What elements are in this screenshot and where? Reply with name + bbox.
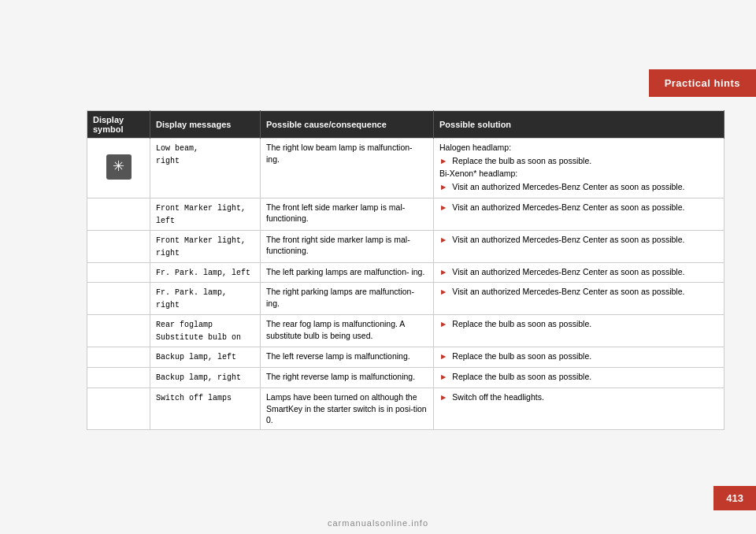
- table-row: Low beam, rightThe right low beam lamp i…: [87, 139, 724, 198]
- low-beam-icon: [106, 154, 132, 180]
- solution-item: ► Switch off the headlights.: [439, 391, 718, 403]
- table-row: Rear foglamp Substitute bulb onThe rear …: [87, 315, 724, 347]
- solution-item: ► Replace the bulb as soon as possible.: [439, 155, 718, 167]
- solution-item: ► Visit an authorized Mercedes-Benz Cent…: [439, 266, 718, 278]
- table-row: Backup lamp, leftThe left reverse lamp i…: [87, 347, 724, 368]
- bullet-arrow: ►: [439, 156, 447, 165]
- solution-cell: ► Visit an authorized Mercedes-Benz Cent…: [434, 230, 724, 262]
- symbol-cell: [87, 315, 150, 347]
- bullet-arrow: ►: [439, 372, 447, 381]
- section-header-tab: Practical hints: [649, 69, 756, 97]
- solution-item: ► Replace the bulb as soon as possible.: [439, 371, 718, 383]
- cause-cell: The right low beam lamp is malfunction- …: [261, 139, 434, 198]
- symbol-cell: [87, 368, 150, 388]
- col-header-symbol: Display symbol: [87, 111, 150, 139]
- message-cell: Low beam, right: [150, 139, 261, 198]
- cause-cell: The front left side marker lamp is mal- …: [261, 198, 434, 230]
- table-row: Backup lamp, rightThe right reverse lamp…: [87, 368, 724, 388]
- message-cell: Fr. Park. lamp, left: [150, 262, 261, 283]
- solution-header: Halogen headlamp:: [439, 142, 718, 154]
- diagnostic-table: Display symbol Display messages Possible…: [87, 110, 724, 430]
- solution-cell: ► Replace the bulb as soon as possible.: [434, 368, 724, 388]
- message-cell: Front Marker light, left: [150, 198, 261, 230]
- message-cell: Backup lamp, right: [150, 368, 261, 388]
- content-area: Practical hints Display symbol Display m…: [0, 0, 756, 534]
- bullet-arrow: ►: [439, 351, 447, 361]
- watermark: carmanualsonline.info: [328, 518, 428, 528]
- solution-cell: ► Replace the bulb as soon as possible.: [434, 315, 724, 347]
- message-cell: Front Marker light, right: [150, 230, 261, 262]
- cause-cell: The right reverse lamp is malfunctioning…: [261, 368, 434, 388]
- col-header-message: Display messages: [150, 111, 261, 139]
- solution-item: ► Visit an authorized Mercedes-Benz Cent…: [439, 234, 718, 246]
- solution-cell: ► Visit an authorized Mercedes-Benz Cent…: [434, 283, 724, 315]
- solution-cell: ► Switch off the headlights.: [434, 388, 724, 429]
- solution-item: ► Replace the bulb as soon as possible.: [439, 318, 718, 330]
- page-number: 413: [726, 492, 743, 504]
- bullet-arrow: ►: [439, 182, 447, 191]
- message-cell: Rear foglamp Substitute bulb on: [150, 315, 261, 347]
- symbol-cell: [87, 230, 150, 262]
- cause-cell: The front right side marker lamp is mal-…: [261, 230, 434, 262]
- message-cell: Fr. Park. lamp, right: [150, 283, 261, 315]
- solution-cell: ► Visit an authorized Mercedes-Benz Cent…: [434, 198, 724, 230]
- message-cell: Switch off lamps: [150, 388, 261, 429]
- col-header-cause: Possible cause/consequence: [261, 111, 434, 139]
- page-number-tab: 413: [713, 486, 756, 510]
- cause-cell: Lamps have been turned on although the S…: [261, 388, 434, 429]
- symbol-cell: [87, 283, 150, 315]
- solution-item: ► Visit an authorized Mercedes-Benz Cent…: [439, 202, 718, 213]
- symbol-cell: [87, 139, 150, 198]
- table-row: Switch off lampsLamps have been turned o…: [87, 388, 724, 429]
- bullet-arrow: ►: [439, 392, 447, 402]
- solution-cell: ► Visit an authorized Mercedes-Benz Cent…: [434, 262, 724, 283]
- bullet-arrow: ►: [439, 267, 447, 276]
- table-row: Front Marker light, rightThe front right…: [87, 230, 724, 262]
- bullet-arrow: ►: [439, 319, 447, 328]
- symbol-cell: [87, 198, 150, 230]
- symbol-cell: [87, 262, 150, 283]
- bullet-arrow: ►: [439, 235, 447, 244]
- symbol-cell: [87, 388, 150, 429]
- solution-item: ► Replace the bulb as soon as possible.: [439, 350, 718, 362]
- table-row: Front Marker light, leftThe front left s…: [87, 198, 724, 230]
- cause-cell: The right parking lamps are malfunction-…: [261, 283, 434, 315]
- solution-item: ► Visit an authorized Mercedes-Benz Cent…: [439, 286, 718, 298]
- solution-item: ► Visit an authorized Mercedes-Benz Cent…: [439, 181, 718, 193]
- section-title: Practical hints: [665, 77, 740, 89]
- solution-header: Bi-Xenon* headlamp:: [439, 168, 718, 180]
- col-header-solution: Possible solution: [434, 111, 724, 139]
- cause-cell: The left reverse lamp is malfunctioning.: [261, 347, 434, 368]
- cause-cell: The left parking lamps are malfunction- …: [261, 262, 434, 283]
- table-row: Fr. Park. lamp, leftThe left parking lam…: [87, 262, 724, 283]
- solution-cell: ► Replace the bulb as soon as possible.: [434, 347, 724, 368]
- message-cell: Backup lamp, left: [150, 347, 261, 368]
- solution-cell: Halogen headlamp:► Replace the bulb as s…: [434, 139, 724, 198]
- main-table-container: Display symbol Display messages Possible…: [87, 110, 724, 455]
- bullet-arrow: ►: [439, 202, 447, 212]
- cause-cell: The rear fog lamp is malfunctioning. A s…: [261, 315, 434, 347]
- bullet-arrow: ►: [439, 287, 447, 296]
- table-header-row: Display symbol Display messages Possible…: [87, 111, 724, 139]
- page-background: Practical hints Display symbol Display m…: [0, 0, 756, 534]
- symbol-cell: [87, 347, 150, 368]
- table-row: Fr. Park. lamp, rightThe right parking l…: [87, 283, 724, 315]
